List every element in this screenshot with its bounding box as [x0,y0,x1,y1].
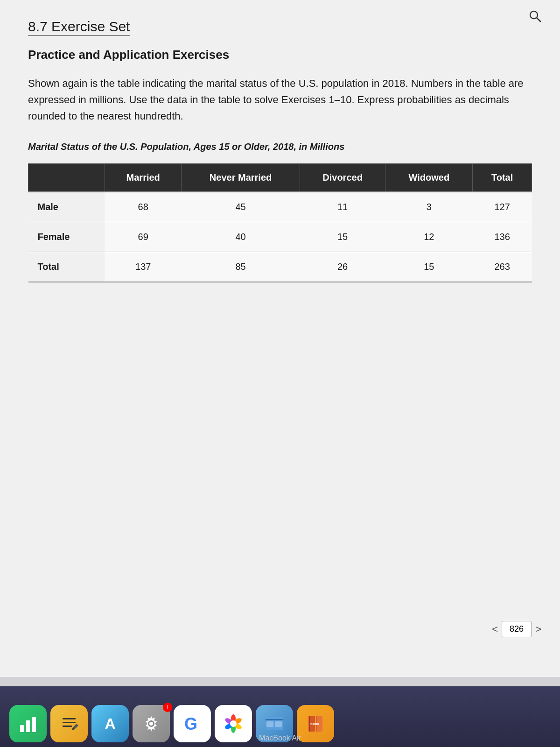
female-married: 69 [105,222,181,252]
svg-rect-4 [32,717,36,732]
row-label-female: Female [28,222,105,252]
total-total: 263 [473,252,532,282]
table-row-male: Male 68 45 11 3 127 [28,192,532,222]
dock-app-books[interactable]: book [297,705,334,742]
table-title: Marital Status of the U.S. Population, A… [28,141,532,152]
macos-dock: A 1 G [0,686,560,747]
settings-badge: 1 [163,703,172,712]
next-page-button[interactable]: > [535,623,541,635]
female-divorced: 15 [300,222,385,252]
header-total: Total [473,163,532,192]
svg-text:book: book [310,722,320,726]
total-never-married: 85 [182,252,300,282]
male-divorced: 11 [300,192,385,222]
main-content: 8.7 Exercise Set Practice and Applicatio… [0,0,560,677]
appstore-icon-letter: A [105,715,115,733]
marital-status-table: Married Never Married Divorced Widowed T… [28,163,532,282]
prev-page-button[interactable]: < [492,623,498,635]
macbook-air-label: MacBook Air [259,734,301,742]
row-label-total: Total [28,252,105,282]
male-widowed: 3 [385,192,473,222]
description-text: Shown again is the table indicating the … [28,75,532,125]
dock-app-photos[interactable] [215,705,252,742]
total-widowed: 15 [385,252,473,282]
dock-app-appstore[interactable]: A [91,705,129,742]
svg-point-10 [149,722,153,726]
table-row-female: Female 69 40 15 12 136 [28,222,532,252]
header-widowed: Widowed [385,163,473,192]
svg-rect-22 [275,721,282,727]
female-never-married: 40 [182,222,300,252]
header-divorced: Divorced [300,163,385,192]
dock-app-notes[interactable] [50,705,88,742]
header-never-married: Never Married [182,163,300,192]
page-navigation: < 826 > [492,621,541,637]
header-married: Married [105,163,181,192]
female-widowed: 12 [385,222,473,252]
svg-rect-7 [63,726,72,727]
svg-rect-2 [20,725,24,732]
svg-rect-3 [26,720,30,732]
row-label-male: Male [28,192,105,222]
svg-rect-24 [309,716,310,732]
svg-rect-20 [266,719,283,720]
male-married: 68 [105,192,181,222]
table-row-total: Total 137 85 26 15 263 [28,252,532,282]
dock-app-google[interactable]: G [174,705,211,742]
svg-text:G: G [184,714,197,733]
male-total: 127 [473,192,532,222]
page-header: Practice and Application Exercises [28,48,532,62]
dock-app-stats[interactable] [9,705,47,742]
search-icon[interactable] [528,9,541,24]
male-never-married: 45 [182,192,300,222]
svg-rect-5 [63,718,76,719]
header-empty [28,163,105,192]
page-number: 826 [502,621,532,637]
svg-line-1 [537,18,540,21]
total-divorced: 26 [300,252,385,282]
svg-rect-6 [63,722,76,723]
dock-app-settings[interactable]: 1 [133,705,170,742]
svg-rect-21 [266,721,273,727]
total-married: 137 [105,252,181,282]
section-title: 8.7 Exercise Set [28,19,532,35]
svg-point-18 [230,720,237,727]
female-total: 136 [473,222,532,252]
